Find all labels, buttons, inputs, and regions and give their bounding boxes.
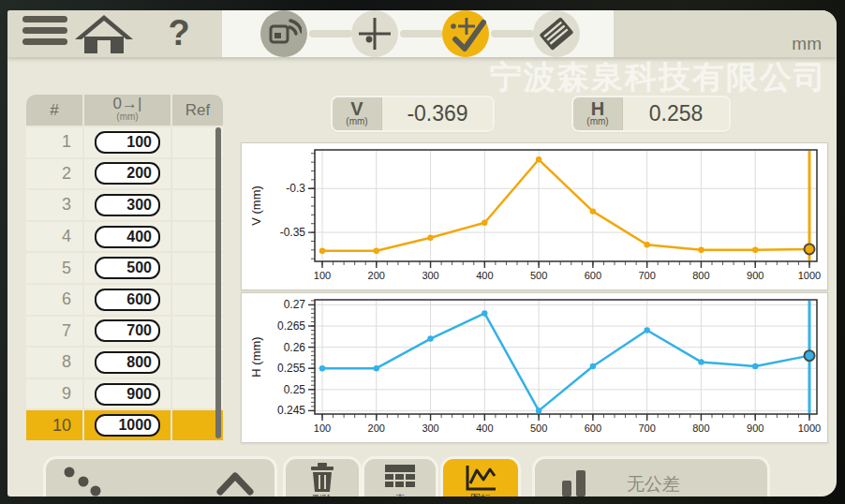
table-row[interactable]: 4400 — [26, 222, 225, 252]
menu-button[interactable] — [22, 16, 67, 52]
v-readout-label: V (mm) — [333, 97, 381, 130]
distance-input[interactable]: 300 — [95, 194, 160, 216]
distance-input[interactable]: 100 — [95, 131, 160, 154]
svg-text:200: 200 — [368, 422, 385, 434]
svg-text:700: 700 — [638, 270, 655, 281]
h-chart-panel: 10020030040050060070080090010000.270.265… — [241, 292, 828, 443]
bar-chart-icon — [554, 467, 595, 497]
h-readout-value: 0.258 — [622, 97, 729, 130]
report-icon — [536, 13, 577, 54]
hamburger-icon — [22, 16, 67, 22]
distance-input[interactable]: 500 — [95, 257, 160, 279]
table-row[interactable]: 9900 — [26, 379, 225, 409]
workflow-connector — [400, 30, 443, 37]
h-readout-label: H (mm) — [573, 97, 622, 130]
column-header-distance: 0→| (mm) — [84, 95, 170, 126]
table-body: 1100220033004400550066007700880099001010… — [26, 127, 225, 440]
chart-view-button[interactable]: 图标 — [440, 456, 521, 497]
workflow-step-target[interactable] — [351, 10, 398, 57]
chart-view-button-label: 图标 — [470, 492, 491, 497]
row-number: 9 — [26, 379, 82, 409]
svg-text:800: 800 — [692, 270, 709, 281]
row-number: 7 — [26, 317, 82, 347]
measurement-table: # 0→| (mm) Ref 1100220033004400550066007… — [26, 95, 225, 440]
column-header-ref: Ref — [172, 95, 223, 126]
table-header: # 0→| (mm) Ref — [26, 95, 225, 126]
distance-input[interactable]: 400 — [95, 226, 160, 248]
distance-input[interactable]: 700 — [95, 319, 160, 342]
v-readout-value: -0.369 — [381, 97, 493, 130]
svg-text:0.245: 0.245 — [277, 404, 305, 417]
svg-text:V (mm): V (mm) — [249, 185, 263, 226]
svg-text:400: 400 — [476, 270, 493, 281]
distance-input[interactable]: 600 — [95, 289, 160, 311]
svg-text:400: 400 — [476, 422, 493, 434]
svg-text:300: 300 — [422, 270, 438, 281]
h-chart[interactable]: 10020030040050060070080090010000.270.265… — [242, 293, 827, 442]
distance-input[interactable]: 900 — [95, 383, 160, 406]
svg-text:900: 900 — [747, 270, 763, 281]
line-chart-icon — [464, 464, 497, 492]
workflow-step-device[interactable] — [260, 10, 307, 57]
svg-text:1000: 1000 — [798, 422, 821, 434]
svg-text:0.26: 0.26 — [284, 341, 306, 354]
home-button[interactable] — [73, 14, 135, 53]
table-row[interactable]: 5500 — [26, 253, 225, 283]
table-row[interactable]: 6600 — [26, 285, 225, 315]
workflow-step-report[interactable] — [533, 10, 580, 57]
svg-text:H (mm): H (mm) — [249, 336, 263, 377]
svg-text:200: 200 — [368, 270, 385, 281]
distance-input[interactable]: 800 — [95, 351, 160, 374]
table-icon — [384, 464, 416, 492]
svg-text:500: 500 — [530, 270, 547, 281]
svg-text:100: 100 — [314, 270, 331, 281]
svg-text:300: 300 — [422, 422, 438, 434]
table-row[interactable]: 101000 — [26, 410, 225, 440]
svg-text:600: 600 — [585, 422, 601, 434]
table-view-button-label: 表 — [395, 492, 406, 497]
row-number: 4 — [26, 222, 82, 252]
measure-check-icon — [444, 12, 487, 55]
unit-label: mm — [792, 34, 822, 54]
h-readout: H (mm) 0.258 — [573, 97, 729, 130]
table-row[interactable]: 8800 — [26, 348, 225, 378]
tolerance-button[interactable]: 无公差 — [532, 456, 770, 497]
delete-button[interactable]: 删除 — [283, 456, 362, 497]
svg-text:700: 700 — [638, 422, 655, 434]
row-number: 6 — [26, 285, 82, 315]
chevron-up-icon — [216, 471, 254, 496]
measure-points-expander[interactable] — [43, 456, 277, 497]
top-header: ? — [7, 10, 837, 57]
table-view-button[interactable]: 表 — [362, 456, 438, 497]
workflow-connector — [491, 30, 534, 37]
trash-icon — [308, 463, 336, 493]
tolerance-button-label: 无公差 — [627, 472, 680, 497]
v-chart[interactable]: 1002003004005006007008009001000-0.3-0.35… — [242, 143, 827, 289]
workflow-step-measure[interactable] — [442, 10, 489, 57]
row-number: 5 — [26, 253, 82, 283]
row-number: 8 — [26, 348, 82, 378]
table-row[interactable]: 3300 — [26, 190, 225, 220]
table-scrollbar[interactable] — [215, 127, 221, 438]
distance-input[interactable]: 200 — [95, 162, 160, 185]
svg-text:600: 600 — [585, 270, 601, 281]
row-number: 2 — [26, 159, 82, 189]
row-number: 10 — [26, 410, 82, 440]
svg-text:-0.3: -0.3 — [286, 182, 305, 195]
table-row[interactable]: 1100 — [26, 127, 225, 157]
app-window: ? — [7, 10, 837, 497]
v-readout: V (mm) -0.369 — [333, 97, 493, 130]
table-row[interactable]: 2200 — [26, 159, 225, 189]
help-button[interactable]: ? — [163, 11, 195, 54]
v-chart-panel: 1002003004005006007008009001000-0.3-0.35… — [241, 142, 828, 290]
svg-text:900: 900 — [747, 422, 763, 434]
row-number: 3 — [26, 190, 82, 220]
table-row[interactable]: 7700 — [26, 317, 225, 347]
svg-text:800: 800 — [692, 422, 709, 434]
svg-text:0.265: 0.265 — [277, 319, 305, 333]
distance-input[interactable]: 1000 — [95, 414, 160, 437]
delete-button-label: 删除 — [312, 493, 333, 497]
home-icon — [73, 14, 135, 53]
laser-device-icon — [266, 16, 302, 52]
crosshair-icon — [354, 13, 395, 54]
